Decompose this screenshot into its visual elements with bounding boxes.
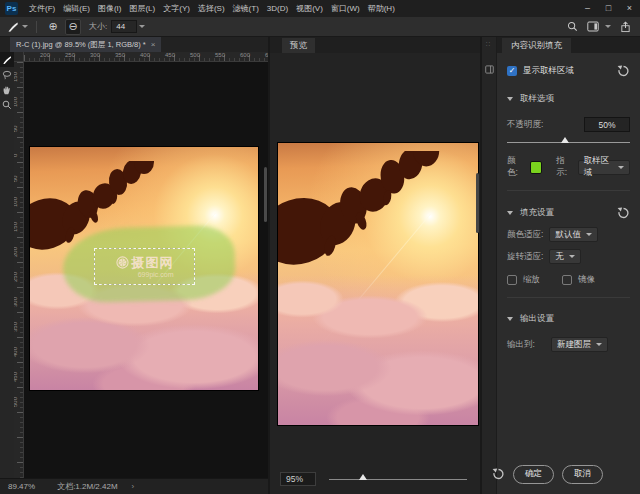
- ruler-label: 300: [14, 297, 18, 307]
- preview-body[interactable]: [270, 53, 480, 464]
- sampling-color-swatch[interactable]: [530, 161, 542, 174]
- maximize-button[interactable]: □: [598, 0, 619, 17]
- ruler-label: 50: [14, 175, 18, 182]
- chevron-down-icon: [507, 211, 513, 215]
- reset-sampling-icon[interactable]: [616, 64, 630, 78]
- preview-panel: 预览 95%: [268, 37, 482, 494]
- canvas-area[interactable]: 200 250 300 350 400 450 500 550 600 650 …: [14, 52, 268, 478]
- tool-sampling-brush[interactable]: [0, 52, 14, 67]
- caf-content: ✓ 显示取样区域 取样选项 不透明度: 50% 颜色: 指示: 取样区域: [497, 53, 640, 454]
- ruler-label: 550: [215, 52, 225, 58]
- slider-track: [329, 479, 467, 480]
- menu-select[interactable]: 选择(S): [194, 0, 229, 17]
- tab-preview[interactable]: 预览: [282, 38, 315, 53]
- menu-file[interactable]: 文件(F): [25, 0, 59, 17]
- color-adaptation-dropdown[interactable]: 默认值: [549, 227, 598, 242]
- menu-3d[interactable]: 3D(D): [263, 0, 292, 17]
- output-to-label: 输出到:: [507, 339, 535, 351]
- drag-grip-icon[interactable]: ∷: [486, 40, 491, 47]
- brush-size-chevron-icon[interactable]: [139, 25, 145, 28]
- menu-type[interactable]: 文字(Y): [159, 0, 194, 17]
- ruler-label: 650: [265, 52, 268, 58]
- opacity-slider[interactable]: [507, 136, 630, 148]
- canvas-scrollbar[interactable]: [264, 167, 267, 222]
- brush-size-value[interactable]: 44: [111, 20, 137, 33]
- tool-zoom[interactable]: [0, 97, 14, 112]
- aperture-logo-icon: [116, 256, 129, 269]
- mirror-checkbox[interactable]: [562, 275, 572, 285]
- close-button[interactable]: ×: [619, 0, 640, 17]
- ruler-label: 250: [14, 272, 18, 282]
- tab-content-aware-fill[interactable]: 内容识别填充: [502, 38, 571, 53]
- document-image[interactable]: 摄图网 699pic.com: [30, 147, 258, 390]
- indicates-label: 指示:: [556, 155, 573, 179]
- menu-window[interactable]: 窗口(W): [327, 0, 364, 17]
- watermark-brand: 摄图网: [132, 256, 174, 269]
- menu-filter[interactable]: 滤镜(T): [229, 0, 263, 17]
- slider-thumb[interactable]: [359, 474, 367, 480]
- output-to-value: 新建图层: [557, 339, 591, 351]
- preview-scrollbar[interactable]: [476, 173, 479, 233]
- cancel-button[interactable]: 取消: [562, 465, 603, 484]
- add-to-sampling-button[interactable]: ⊕: [45, 19, 61, 35]
- tool-hand[interactable]: [0, 82, 14, 97]
- document-tab-bar: R-C (1).jpg @ 89.5% (图层 1, RGB/8) * ×: [0, 37, 268, 52]
- menu-edit[interactable]: 编辑(E): [59, 0, 94, 17]
- close-document-icon[interactable]: ×: [151, 40, 156, 49]
- preview-result-image: [278, 143, 478, 425]
- collapse-panel-icon[interactable]: [485, 65, 494, 74]
- color-adaptation-label: 颜色适应:: [507, 229, 543, 241]
- chevron-down-icon: [22, 25, 28, 28]
- search-icon[interactable]: [567, 21, 578, 32]
- menu-view[interactable]: 视图(V): [292, 0, 327, 17]
- mirror-option[interactable]: 镜像: [562, 274, 595, 286]
- share-icon[interactable]: [620, 21, 631, 33]
- show-sampling-area-checkbox[interactable]: ✓: [507, 66, 517, 76]
- preview-zoom-slider[interactable]: [329, 472, 467, 486]
- menu-help[interactable]: 帮助(H): [364, 0, 399, 17]
- section-fill-settings[interactable]: 填充设置: [507, 206, 630, 220]
- indicates-dropdown[interactable]: 取样区域: [578, 160, 630, 175]
- minimize-button[interactable]: –: [577, 0, 598, 17]
- preview-tab-bar: 预览: [270, 37, 480, 53]
- brush-icon: [7, 21, 19, 33]
- document-tab[interactable]: R-C (1).jpg @ 89.5% (图层 1, RGB/8) * ×: [10, 37, 161, 52]
- show-sampling-area-label: 显示取样区域: [523, 65, 574, 77]
- ruler-label: 0: [14, 154, 18, 157]
- slider-thumb[interactable]: [561, 137, 569, 143]
- status-options-chevron[interactable]: ›: [132, 482, 135, 491]
- chevron-down-icon: [586, 233, 592, 236]
- climbers-silhouette: [278, 151, 473, 291]
- document-title: R-C (1).jpg @ 89.5% (图层 1, RGB/8) *: [16, 40, 146, 50]
- chevron-down-icon: [605, 25, 611, 28]
- selection-marquee[interactable]: 摄图网 699pic.com: [94, 248, 195, 285]
- workspace-switcher[interactable]: [587, 21, 611, 32]
- magnifier-icon: [2, 100, 12, 110]
- workspace-layout-icon: [587, 21, 599, 32]
- subtract-from-sampling-button[interactable]: ⊖: [65, 19, 81, 35]
- output-to-dropdown[interactable]: 新建图层: [551, 337, 608, 352]
- rotation-adaptation-dropdown[interactable]: 无: [549, 249, 581, 264]
- sampling-options-label: 取样选项: [520, 93, 554, 105]
- opacity-value-field[interactable]: 50%: [584, 117, 630, 132]
- section-sampling-options[interactable]: 取样选项: [507, 93, 630, 105]
- photoshop-logo: Ps: [5, 2, 18, 15]
- ruler-origin[interactable]: [14, 52, 24, 62]
- ok-button[interactable]: 确定: [513, 465, 554, 484]
- caf-footer: 确定 取消: [482, 454, 640, 494]
- zoom-level-field[interactable]: 89.47%: [8, 482, 35, 491]
- reset-all-icon[interactable]: [491, 467, 505, 481]
- scale-option[interactable]: 缩放: [507, 274, 540, 286]
- menu-layer[interactable]: 图层(L): [125, 0, 159, 17]
- watermark: 摄图网 699pic.com: [116, 256, 174, 278]
- menu-image[interactable]: 图像(I): [94, 0, 126, 17]
- section-output-settings[interactable]: 输出设置: [507, 313, 630, 325]
- chevron-down-icon: [596, 343, 602, 346]
- lasso-icon: [2, 70, 12, 80]
- tool-lasso[interactable]: [0, 67, 14, 82]
- scale-checkbox[interactable]: [507, 275, 517, 285]
- preview-zoom-field[interactable]: 95%: [280, 472, 316, 486]
- sampling-brush-tool-preset[interactable]: [7, 21, 28, 33]
- ruler-label: 300: [90, 52, 100, 58]
- reset-fill-settings-icon[interactable]: [616, 206, 630, 220]
